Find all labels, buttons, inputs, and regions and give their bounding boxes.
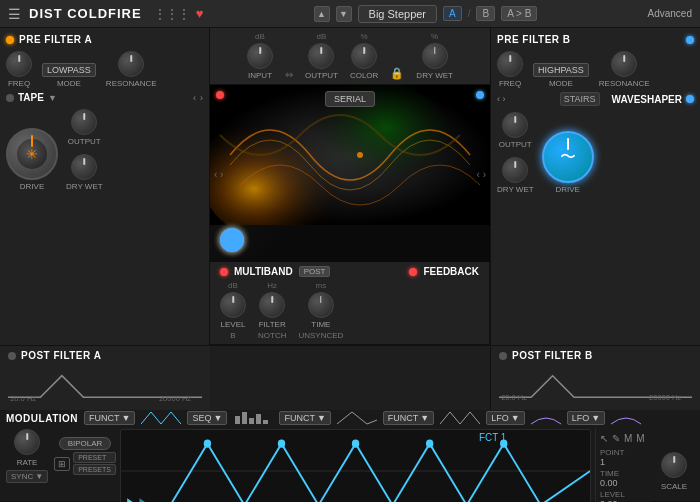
tape-right-arrow[interactable]: › xyxy=(200,93,203,103)
advanced-btn[interactable]: Advanced xyxy=(648,8,692,19)
ws-drive-knob[interactable]: 〜 xyxy=(542,131,594,183)
mb-time-knob[interactable] xyxy=(308,292,334,318)
presets-btn[interactable]: PRESETS xyxy=(73,464,116,475)
mod-col6-select[interactable]: LFO▼ xyxy=(567,411,605,425)
mode-a-label: MODE xyxy=(57,79,81,88)
mod-col5-select[interactable]: LFO▼ xyxy=(486,411,524,425)
post-filter-a-panel: POST FILTER A 20.0 Hz 20000 Hz xyxy=(0,346,210,410)
pre-filter-b-led[interactable] xyxy=(686,36,694,44)
mb-time-label: TIME xyxy=(311,320,330,329)
mod-col4-select[interactable]: FUNCT▼ xyxy=(383,411,434,425)
m-icon[interactable]: M xyxy=(636,433,644,444)
ptl-time-label: TIME xyxy=(600,469,619,478)
ws-output-group: OUTPUT xyxy=(497,112,534,149)
tape-drive-knob[interactable]: ✳ xyxy=(6,128,58,180)
resonance-b-knob[interactable] xyxy=(611,51,637,77)
preset-row: ⊞ PRESET PRESETS xyxy=(54,452,116,475)
pre-filter-a-led[interactable] xyxy=(6,36,14,44)
power-btn-right[interactable]: ⏻ xyxy=(220,228,244,252)
mb-level-sub: B xyxy=(230,331,235,340)
mod-title: MODULATION xyxy=(6,413,78,424)
tape-output-group: OUTPUT xyxy=(66,109,103,146)
master-input-db: dB xyxy=(255,32,265,41)
stairs-select[interactable]: STAIRS xyxy=(560,92,600,106)
master-drywet-knob[interactable] xyxy=(422,43,448,69)
freq-a-knob[interactable] xyxy=(6,51,32,77)
tape-dropdown-icon[interactable]: ▼ xyxy=(48,93,57,103)
preset-btn[interactable]: PRESET xyxy=(73,452,116,463)
scale-knob[interactable] xyxy=(661,452,687,478)
tape-drywet-knob[interactable] xyxy=(71,154,97,180)
link-icon-area: ⇔ xyxy=(285,57,293,80)
next-preset-btn[interactable]: ▼ xyxy=(336,6,352,22)
mod-graph-area: FCT 1 xyxy=(120,429,591,502)
fx-right-arrows[interactable]: ‹ › xyxy=(477,168,486,179)
master-color-knob[interactable] xyxy=(351,43,377,69)
freq-b-knob[interactable] xyxy=(497,51,523,77)
wave-icon[interactable]: M xyxy=(624,433,632,444)
pencil-icon[interactable]: ✎ xyxy=(612,433,620,444)
waveshaper-led[interactable] xyxy=(686,95,694,103)
resonance-a-knob[interactable] xyxy=(118,51,144,77)
post-filter-b-led[interactable] xyxy=(499,352,507,360)
rate-knob[interactable] xyxy=(14,429,40,455)
tape-left-arrow[interactable]: ‹ xyxy=(193,93,196,103)
preset-name[interactable]: Big Stepper xyxy=(358,5,437,23)
right-panel: PRE FILTER B FREQ HIGHPASS MODE RESONANC… xyxy=(490,28,700,345)
post-filter-a-title: POST FILTER A xyxy=(21,350,101,361)
lock-icon[interactable]: 🔒 xyxy=(390,67,404,80)
mod-col3-curve xyxy=(337,410,377,426)
mode-a-group: LOWPASS MODE xyxy=(42,63,96,88)
hamburger-icon[interactable]: ☰ xyxy=(8,6,21,22)
ws-drywet-group: DRY WET xyxy=(497,157,534,194)
mod-col5-curve xyxy=(531,410,561,426)
freq-b-label: FREQ xyxy=(499,79,521,88)
tape-output-knob[interactable] xyxy=(71,109,97,135)
ws-drywet-knob[interactable] xyxy=(502,157,528,183)
ab-a-btn[interactable]: A xyxy=(443,6,462,21)
ab-b-btn[interactable]: B xyxy=(476,6,495,21)
svg-text:20.0 Hz: 20.0 Hz xyxy=(10,394,36,403)
mod-col1-select[interactable]: FUNCT▼ xyxy=(84,411,135,425)
post-filter-b-header: POST FILTER B xyxy=(499,350,692,361)
mb-filter-knob[interactable] xyxy=(259,292,285,318)
feedback-led[interactable] xyxy=(409,268,417,276)
tape-led[interactable] xyxy=(6,94,14,102)
master-output-knob[interactable] xyxy=(308,43,334,69)
tape-output-label: OUTPUT xyxy=(68,137,101,146)
ws-left-arrow[interactable]: ‹ › xyxy=(497,94,506,104)
ab-atob-btn[interactable]: A > B xyxy=(501,6,537,21)
mod-rate-row: RATE SYNC▼ BIPOLAR ⊞ PRESET PRESETS xyxy=(6,429,116,483)
ws-output-knob[interactable] xyxy=(502,112,528,138)
mod-col3-select[interactable]: FUNCT▼ xyxy=(279,411,330,425)
ws-drive-inner: 〜 xyxy=(560,147,576,168)
svg-rect-8 xyxy=(235,416,240,424)
master-drywet-label: DRY WET xyxy=(416,71,453,80)
svg-marker-21 xyxy=(139,498,145,502)
mode-a-select[interactable]: LOWPASS xyxy=(42,63,96,77)
heart-icon[interactable]: ♥ xyxy=(196,6,204,21)
post-filter-a-header: POST FILTER A xyxy=(8,350,202,361)
resonance-a-group: RESONANCE xyxy=(106,51,157,88)
tape-drywet-group: DRY WET xyxy=(66,154,103,191)
master-input-knob[interactable] xyxy=(247,43,273,69)
multiband-post-badge[interactable]: POST xyxy=(299,266,331,277)
prev-preset-btn[interactable]: ▲ xyxy=(314,6,330,22)
fx-left-arrows[interactable]: ‹ › xyxy=(214,168,223,179)
multiband-led[interactable] xyxy=(220,268,228,276)
bipolar-btn[interactable]: BIPOLAR xyxy=(59,437,112,450)
mb-level-knob[interactable] xyxy=(220,292,246,318)
mb-filter-sub: NOTCH xyxy=(258,331,286,340)
ab-divider: / xyxy=(468,8,471,19)
master-drywet-group: % DRY WET xyxy=(416,32,453,80)
svg-rect-10 xyxy=(249,418,254,424)
tape-drywet-label: DRY WET xyxy=(66,182,103,191)
sync-btn[interactable]: SYNC▼ xyxy=(6,470,48,483)
mode-b-select[interactable]: HIGHPASS xyxy=(533,63,589,77)
mod-col2-select[interactable]: SEQ▼ xyxy=(187,411,227,425)
tape-knobs: ✳ DRIVE OUTPUT DRY WET xyxy=(6,109,203,191)
post-filter-a-led[interactable] xyxy=(8,352,16,360)
mb-level-label: LEVEL xyxy=(221,320,246,329)
cursor-icon[interactable]: ↖ xyxy=(600,433,608,444)
serial-select[interactable]: SERIAL xyxy=(325,91,375,107)
